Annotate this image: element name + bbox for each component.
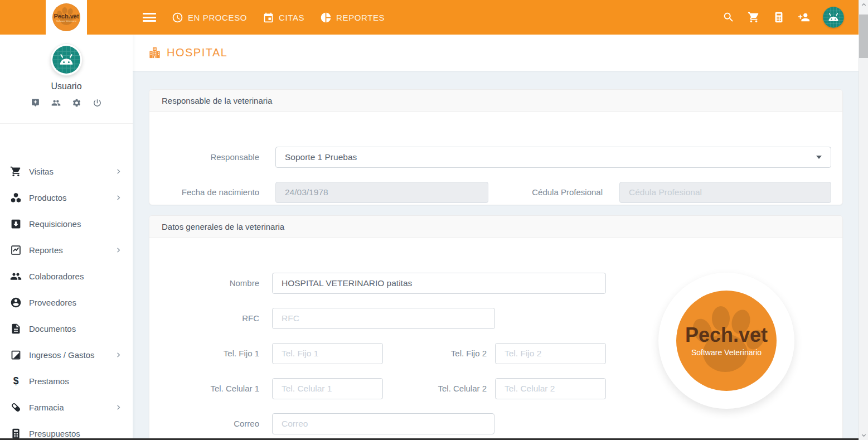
sidebar-item-documentos[interactable]: Documentos — [0, 316, 133, 342]
calendar-icon — [263, 12, 274, 23]
sidebar-item-productos[interactable]: Productos — [0, 185, 133, 211]
sidebar-user-block: Usuario — [0, 35, 133, 124]
correo-input[interactable] — [272, 413, 494, 434]
logo-title: Pech.vet — [685, 325, 768, 346]
veterinary-logo: Pech.vet Software Veterinario — [658, 273, 794, 409]
tel-celular-2-input[interactable] — [495, 378, 606, 399]
pill-icon — [10, 402, 22, 413]
team-icon[interactable] — [51, 98, 61, 108]
scroll-down-arrow[interactable] — [859, 431, 868, 440]
chevron-down-icon — [861, 432, 867, 438]
sidebar-item-farmacia[interactable]: Farmacia — [0, 394, 133, 420]
settings-icon[interactable] — [72, 98, 81, 108]
card-datos-generales: Datos generales de la veterinaria Nombre… — [149, 215, 843, 438]
brand-logo-box[interactable]: Pech.vet Software Veterinario — [46, 0, 87, 35]
power-icon[interactable] — [93, 98, 102, 108]
sidebar-menu: Visitas Productos Requisiciones Reportes… — [0, 158, 133, 438]
sidebar-item-presupuestos[interactable]: Presupuestos — [0, 420, 133, 438]
android-avatar-icon — [52, 46, 80, 74]
nav-item-label: EN PROCESO — [188, 13, 247, 22]
sidebar-item-proveedores[interactable]: Proveedores — [0, 289, 133, 316]
cart-icon[interactable] — [748, 11, 760, 23]
sidebar-item-label: Colaboradores — [29, 272, 84, 281]
hospital-icon — [148, 46, 161, 59]
person-add-icon[interactable] — [798, 11, 810, 23]
main-content: HOSPITAL Responsable de la veterinaria R… — [133, 35, 859, 438]
sidebar-item-label: Reportes — [29, 245, 63, 255]
chevron-right-icon — [114, 403, 123, 412]
split-square-icon — [10, 349, 22, 361]
scroll-up-arrow[interactable] — [859, 0, 868, 9]
brand-subtitle: Software Veterinario — [56, 20, 76, 22]
svg-text:$: $ — [13, 375, 19, 386]
page-title-bar: HOSPITAL — [133, 35, 859, 71]
search-icon[interactable] — [722, 11, 735, 23]
tel-fijo-2-input[interactable] — [495, 343, 606, 364]
responsable-select[interactable]: Soporte 1 Pruebas — [275, 147, 831, 168]
tel-celular-1-label: Tel. Celular 1 — [149, 378, 259, 399]
tel-fijo-1-label: Tel. Fijo 1 — [149, 343, 259, 364]
sidebar-item-requisiciones[interactable]: Requisiciones — [0, 211, 133, 237]
page-title-text: HOSPITAL — [167, 46, 227, 59]
assistant-icon[interactable] — [31, 98, 40, 108]
fecha-nacimiento-label: Fecha de nacimiento — [149, 182, 259, 203]
tel-fijo-1-input[interactable] — [272, 343, 383, 364]
chevron-up-icon — [861, 2, 867, 8]
vertical-scrollbar[interactable] — [859, 0, 868, 440]
nav-item-label: CITAS — [279, 13, 304, 22]
chevron-down-icon — [816, 156, 822, 159]
calculator-icon[interactable] — [773, 11, 785, 23]
card-header: Responsable de la veterinaria — [149, 90, 842, 112]
document-icon — [10, 323, 22, 335]
tel-celular-2-label: Tel. Celular 2 — [384, 378, 487, 399]
sidebar-item-ingresos-gastos[interactable]: Ingresos / Gastos — [0, 342, 133, 368]
nombre-label: Nombre — [149, 273, 259, 294]
scrollbar-thumb[interactable] — [859, 14, 868, 58]
clock-icon — [172, 12, 183, 23]
cubes-icon — [10, 192, 22, 204]
inbox-download-icon — [10, 218, 22, 230]
android-avatar-icon — [823, 7, 844, 28]
sidebar-item-reportes[interactable]: Reportes — [0, 237, 133, 263]
sidebar-item-label: Ingresos / Gastos — [29, 350, 95, 360]
nav-item-en-proceso[interactable]: EN PROCESO — [172, 12, 247, 23]
pie-chart-icon — [320, 12, 332, 23]
rfc-label: RFC — [149, 308, 259, 329]
card-responsable: Responsable de la veterinaria Responsabl… — [149, 89, 843, 205]
sidebar-user-avatar[interactable] — [51, 44, 82, 75]
responsable-label: Responsable — [149, 147, 259, 168]
sidebar-item-label: Prestamos — [29, 376, 69, 386]
chevron-right-icon — [114, 351, 123, 359]
sidebar-item-colaboradores[interactable]: Colaboradores — [0, 263, 133, 289]
people-icon — [10, 270, 22, 282]
chevron-right-icon — [114, 167, 123, 176]
sidebar: Usuario Visitas Productos Requisiciones … — [0, 35, 133, 438]
hamburger-menu-icon[interactable] — [143, 13, 156, 22]
user-name: Usuario — [0, 81, 133, 91]
person-circle-icon — [10, 297, 22, 308]
tel-celular-1-input[interactable] — [272, 378, 383, 399]
user-avatar[interactable] — [823, 7, 844, 28]
nav-item-citas[interactable]: CITAS — [263, 12, 304, 23]
sidebar-item-label: Farmacia — [29, 403, 64, 412]
sidebar-item-label: Productos — [29, 193, 67, 202]
tel-fijo-2-label: Tel. Fijo 2 — [384, 343, 487, 364]
sidebar-item-label: Visitas — [29, 167, 54, 176]
sidebar-item-label: Presupuestos — [29, 429, 80, 438]
brand-title: Pech.vet — [54, 13, 79, 20]
sidebar-item-visitas[interactable]: Visitas — [0, 158, 133, 185]
calculator-icon — [10, 428, 22, 438]
chevron-right-icon — [114, 194, 123, 202]
card-header: Datos generales de la veterinaria — [149, 216, 842, 238]
chart-icon — [10, 244, 22, 256]
logo-subtitle: Software Veterinario — [691, 348, 762, 357]
nav-item-label: REPORTES — [336, 13, 385, 22]
cart-icon — [10, 166, 22, 177]
sidebar-item-label: Requisiciones — [29, 219, 81, 229]
page-title: HOSPITAL — [148, 46, 227, 59]
nav-item-reportes[interactable]: REPORTES — [320, 12, 385, 23]
rfc-input[interactable] — [272, 308, 495, 329]
sidebar-item-prestamos[interactable]: $ Prestamos — [0, 368, 133, 394]
top-navbar: Pech.vet Software Veterinario EN PROCESO… — [0, 0, 859, 35]
nombre-input[interactable] — [272, 273, 606, 294]
